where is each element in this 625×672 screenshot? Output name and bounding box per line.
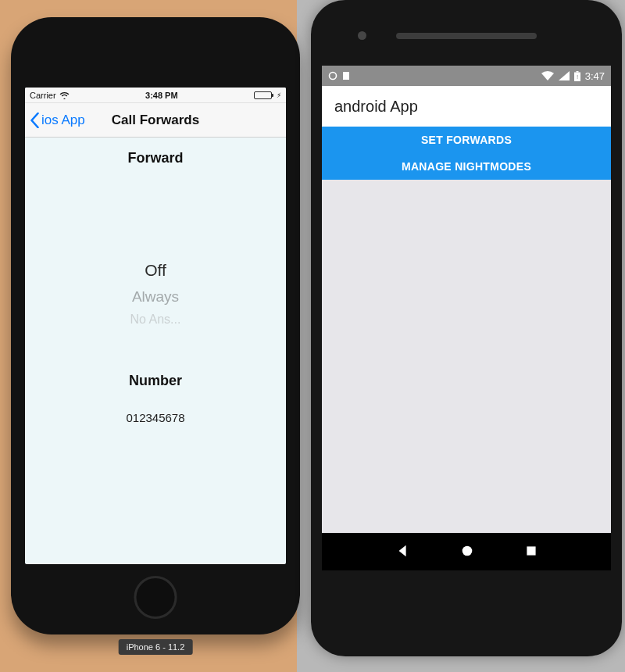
svg-rect-6 [527, 546, 535, 555]
wifi-icon [541, 71, 554, 80]
chevron-left-icon [30, 113, 40, 128]
nav-home-button[interactable] [460, 544, 474, 560]
status-rect-icon [342, 71, 350, 80]
ios-content: Forward Off Always No Ans... Number 0123… [25, 138, 286, 424]
app-title: android App [334, 98, 418, 116]
home-button[interactable] [134, 576, 177, 619]
cell-signal-icon [559, 71, 570, 80]
wifi-icon [59, 91, 70, 99]
picker-option-selected[interactable]: Off [145, 259, 166, 281]
ios-clock: 3:48 PM [145, 91, 178, 100]
simulator-device-label: iPhone 6 - 11.2 [119, 639, 193, 655]
forward-heading: Forward [25, 150, 286, 166]
svg-point-0 [330, 73, 337, 80]
nav-recents-button[interactable] [525, 545, 538, 559]
manage-nightmodes-button[interactable]: MANAGE NIGHTMODES [322, 153, 611, 180]
set-forwards-button[interactable]: SET FORWARDS [322, 127, 611, 153]
manage-nightmodes-label: MANAGE NIGHTMODES [402, 160, 531, 173]
carrier-label: Carrier [30, 91, 56, 100]
android-system-nav [322, 533, 611, 570]
picker-option[interactable]: Always [132, 287, 179, 307]
front-camera [358, 31, 366, 40]
set-forwards-label: SET FORWARDS [421, 134, 512, 146]
svg-rect-3 [576, 71, 578, 73]
speaker-grille [396, 33, 537, 39]
android-screen: ! 3:47 android App SET FORWARDS MANAGE N… [322, 66, 611, 570]
android-emulator-frame: ! 3:47 android App SET FORWARDS MANAGE N… [311, 0, 622, 656]
svg-rect-1 [343, 72, 349, 80]
android-clock: 3:47 [585, 70, 605, 82]
number-value[interactable]: 012345678 [25, 411, 286, 424]
back-button[interactable]: ios App [30, 113, 85, 128]
charging-icon: ⚡︎ [277, 91, 281, 99]
battery-icon: ! [574, 71, 580, 81]
number-heading: Number [25, 373, 286, 389]
android-status-bar: ! 3:47 [322, 66, 611, 86]
android-appbar: android App [322, 86, 611, 127]
ios-status-bar: Carrier 3:48 PM ⚡︎ [25, 88, 286, 103]
picker-option[interactable]: No Ans... [130, 311, 181, 328]
workspace: Carrier 3:48 PM ⚡︎ ios App Call Forwards [0, 0, 625, 672]
iphone-screen: Carrier 3:48 PM ⚡︎ ios App Call Forwards [25, 88, 286, 564]
svg-text:!: ! [577, 73, 578, 80]
forward-mode-picker[interactable]: Off Always No Ans... [25, 251, 286, 337]
ios-navigation-bar: ios App Call Forwards [25, 103, 286, 138]
back-label: ios App [41, 113, 85, 128]
battery-icon [254, 91, 272, 99]
status-circle-icon [328, 71, 338, 80]
nav-back-button[interactable] [396, 544, 410, 560]
iphone-simulator-frame: Carrier 3:48 PM ⚡︎ ios App Call Forwards [11, 17, 300, 634]
svg-point-5 [462, 545, 473, 556]
